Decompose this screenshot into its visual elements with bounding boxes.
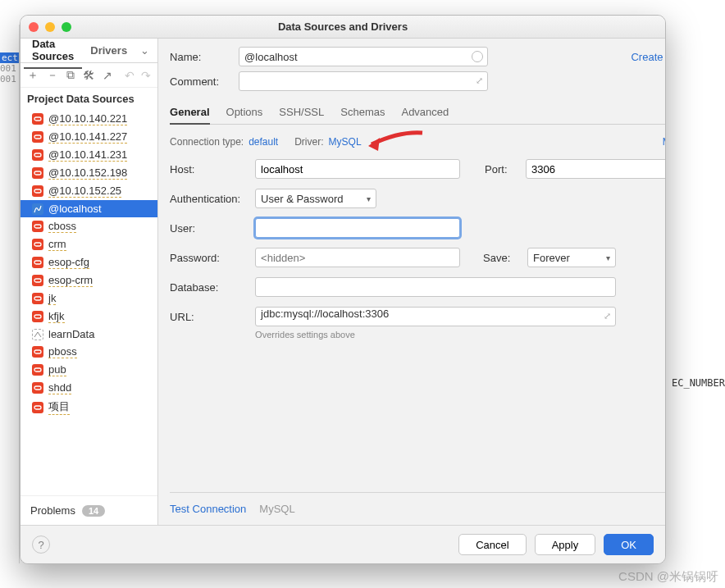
data-source-item[interactable]: cboss: [21, 217, 157, 235]
sidebar: Data Sources Drivers ⌄ ＋ － ⧉ 🛠 ↗ ↶ ↷ Pro…: [21, 39, 158, 525]
titlebar[interactable]: Data Sources and Drivers: [21, 16, 665, 39]
data-source-item[interactable]: @10.10.141.227: [21, 128, 157, 146]
data-source-item[interactable]: @10.10.141.231: [21, 146, 157, 164]
tab-drivers[interactable]: Drivers: [82, 39, 135, 62]
data-source-label: cboss: [48, 220, 76, 233]
user-input[interactable]: [255, 218, 460, 238]
data-source-item[interactable]: jk: [21, 289, 157, 308]
color-indicator-icon[interactable]: [472, 51, 483, 62]
svg-rect-13: [34, 386, 41, 390]
oracle-icon: [32, 239, 43, 250]
data-source-label: @10.10.141.227: [48, 130, 127, 144]
add-icon[interactable]: ＋: [27, 68, 39, 83]
connection-type-value[interactable]: default: [249, 136, 278, 148]
sidebar-toolbar: ＋ － ⧉ 🛠 ↗ ↶ ↷: [21, 63, 157, 88]
data-source-item[interactable]: @10.10.140.221: [21, 110, 157, 128]
ok-button[interactable]: OK: [604, 534, 654, 555]
create-ddl-mapping-link[interactable]: Create DDL Mapping: [631, 51, 666, 63]
name-input[interactable]: @localhost: [239, 47, 488, 66]
oracle-icon: [32, 311, 43, 322]
name-label: Name:: [170, 51, 230, 63]
data-source-item[interactable]: pboss: [21, 343, 157, 361]
svg-rect-5: [34, 225, 41, 228]
oracle-icon: [32, 346, 43, 358]
data-source-item[interactable]: esop-crm: [21, 271, 157, 289]
oracle-icon: [32, 167, 43, 179]
expand-icon[interactable]: ⤢: [604, 311, 611, 321]
svg-rect-6: [34, 243, 41, 246]
oracle-icon: [32, 113, 43, 125]
data-source-item[interactable]: esop-cfg: [21, 253, 157, 271]
tab-general[interactable]: General: [170, 101, 209, 125]
authentication-select[interactable]: User & Password: [255, 189, 376, 208]
data-source-label: kfjk: [48, 310, 65, 323]
dialog-footer: ? Cancel Apply OK: [21, 525, 665, 563]
svg-rect-9: [34, 297, 41, 300]
svg-rect-1: [34, 135, 41, 139]
svg-rect-7: [34, 261, 41, 264]
data-source-item[interactable]: learnData: [21, 326, 157, 343]
chevron-down-icon[interactable]: ⌄: [135, 44, 154, 57]
data-source-label: @10.10.152.198: [48, 166, 127, 180]
driver-name-label: MySQL: [259, 503, 294, 515]
driver-link[interactable]: MySQL: [329, 136, 362, 148]
tab-options[interactable]: Options: [226, 101, 263, 124]
remove-icon[interactable]: －: [47, 68, 58, 83]
svg-rect-12: [34, 368, 41, 371]
dialog-title: Data Sources and Drivers: [21, 21, 665, 33]
data-source-item[interactable]: @10.10.152.25: [21, 182, 157, 200]
data-source-item[interactable]: @localhost: [21, 200, 157, 217]
port-input[interactable]: [526, 159, 666, 179]
data-source-item[interactable]: crm: [21, 235, 157, 253]
wrench-icon[interactable]: 🛠: [83, 69, 94, 82]
section-project-data-sources: Project Data Sources: [21, 88, 157, 110]
main-panel: Name: @localhost Create DDL Mapping Comm…: [158, 39, 666, 525]
svg-rect-8: [34, 279, 41, 282]
data-source-item[interactable]: kfjk: [21, 308, 157, 326]
expand-icon[interactable]: ⤢: [476, 75, 483, 86]
host-input[interactable]: [255, 159, 460, 179]
export-icon[interactable]: ↗: [103, 69, 112, 82]
tab-schemas[interactable]: Schemas: [340, 101, 385, 124]
url-input[interactable]: jdbc:mysql://localhost:3306 ⤢: [255, 307, 616, 326]
data-source-item[interactable]: 项目: [21, 397, 157, 417]
svg-rect-11: [34, 350, 41, 353]
svg-rect-14: [34, 406, 41, 409]
problems-count: 14: [82, 505, 105, 517]
undo-icon[interactable]: ↶: [125, 69, 135, 82]
data-source-item[interactable]: @10.10.152.198: [21, 164, 157, 182]
driver-label: Driver:: [294, 136, 323, 148]
problems-row[interactable]: Problems 14: [21, 495, 157, 525]
data-source-label: esop-cfg: [48, 256, 89, 269]
data-source-label: @10.10.140.221: [48, 112, 127, 125]
comment-label: Comment:: [170, 75, 230, 88]
apply-button[interactable]: Apply: [535, 534, 596, 555]
oracle-icon: [32, 275, 43, 286]
save-select[interactable]: Forever: [527, 248, 616, 267]
duplicate-icon[interactable]: ⧉: [66, 68, 75, 82]
redo-icon[interactable]: ↷: [141, 69, 151, 82]
data-source-label: jk: [48, 292, 56, 305]
oracle-icon: [32, 221, 43, 232]
bg-code-fragment: EC_NUMBER: [672, 377, 725, 389]
gutter: ect 001 001: [0, 25, 20, 563]
help-button[interactable]: ?: [32, 536, 50, 554]
svg-rect-2: [34, 153, 41, 157]
tab-advanced[interactable]: Advanced: [401, 101, 449, 124]
tab-ssh-ssl[interactable]: SSH/SSL: [279, 101, 324, 124]
data-source-item[interactable]: pub: [21, 361, 157, 379]
data-source-label: @10.10.141.231: [48, 148, 127, 162]
oracle-icon: [32, 257, 43, 268]
cancel-button[interactable]: Cancel: [458, 534, 526, 555]
test-connection-link[interactable]: Test Connection: [170, 503, 246, 515]
oracle-icon: [32, 402, 43, 413]
svg-rect-10: [34, 315, 41, 318]
data-source-item[interactable]: shdd: [21, 379, 157, 397]
data-source-label: @10.10.152.25: [48, 185, 121, 198]
comment-input[interactable]: ⤢: [239, 71, 488, 91]
password-input[interactable]: [255, 248, 460, 267]
database-input[interactable]: [255, 277, 616, 297]
data-source-list: @10.10.140.221@10.10.141.227@10.10.141.2…: [21, 110, 157, 495]
unknown-db-icon: [32, 329, 43, 340]
more-options-link[interactable]: More Options ⌄: [663, 136, 666, 148]
